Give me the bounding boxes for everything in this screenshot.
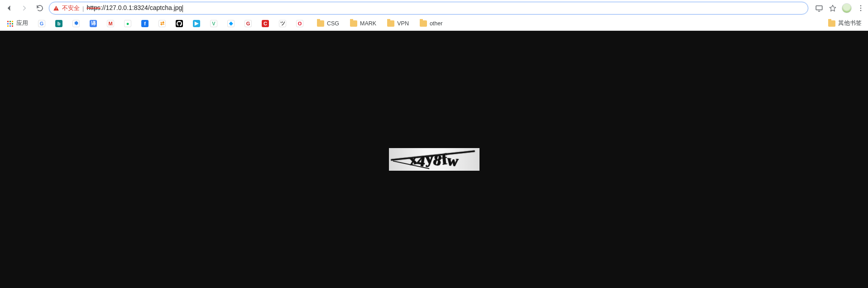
bookmark-google[interactable]: G xyxy=(36,19,47,28)
gitee-icon: G xyxy=(245,20,252,27)
bing-icon: b xyxy=(55,20,62,27)
star-icon[interactable] xyxy=(828,4,837,13)
folder-icon xyxy=(350,20,357,27)
bookmark-csdn[interactable]: C xyxy=(260,19,271,28)
bookmark-bilibili[interactable]: ▶ xyxy=(191,19,202,28)
bookmark-folder-vpn[interactable]: VPN xyxy=(385,19,411,28)
page-viewport: x4y8fw xyxy=(0,31,868,288)
folder-icon xyxy=(317,20,324,27)
bookmark-folder-other[interactable]: other xyxy=(418,19,445,28)
svg-point-3 xyxy=(860,5,861,6)
opera-icon: O xyxy=(296,20,303,27)
bookmarks-bar: 应用 Gb✽译M●f⇄▶V◆GCツO CSGMARKVPNother 其他书签 xyxy=(0,16,868,31)
bookmark-bing[interactable]: b xyxy=(53,19,64,28)
wechat-icon: ● xyxy=(124,20,131,27)
forward-button[interactable] xyxy=(18,2,31,14)
bookmark-vue[interactable]: V xyxy=(208,19,219,28)
captcha-image: x4y8fw xyxy=(389,148,480,171)
reload-button[interactable] xyxy=(34,2,46,14)
desktop-icon[interactable] xyxy=(815,4,824,13)
profile-avatar[interactable] xyxy=(842,3,852,13)
captcha-text: x4y8fw xyxy=(409,151,459,168)
svg-rect-2 xyxy=(816,6,822,10)
arrow-left-icon xyxy=(5,4,13,12)
apps-label: 应用 xyxy=(16,19,28,27)
folder-label: MARK xyxy=(360,20,376,27)
folder-label: other xyxy=(430,20,443,27)
insecure-icon xyxy=(53,5,59,11)
apps-grid-icon xyxy=(6,20,14,27)
back-button[interactable] xyxy=(3,2,15,14)
security-label: 不安全 xyxy=(62,4,80,12)
diamond-icon: ◆ xyxy=(227,20,235,27)
github-icon xyxy=(176,20,183,27)
gmail-icon: M xyxy=(107,20,114,27)
menu-button[interactable] xyxy=(856,4,865,13)
vue-icon: V xyxy=(210,20,217,27)
bookmark-diamond[interactable]: ◆ xyxy=(225,19,236,28)
svg-point-5 xyxy=(860,10,861,11)
bookmark-baidu[interactable]: ✽ xyxy=(71,19,82,28)
link-icon: ⇄ xyxy=(158,20,166,27)
folder-label: CSG xyxy=(327,20,339,27)
google-icon: G xyxy=(38,20,45,27)
svg-rect-1 xyxy=(56,10,56,10)
svg-rect-0 xyxy=(56,7,56,9)
bilibili-icon: ▶ xyxy=(193,20,200,27)
folder-icon xyxy=(387,20,394,27)
bookmark-opera[interactable]: O xyxy=(294,19,305,28)
bookmark-folder-mark[interactable]: MARK xyxy=(348,19,378,28)
bookmark-wechat[interactable]: ● xyxy=(122,19,133,28)
bookmark-gmail[interactable]: M xyxy=(105,19,116,28)
arrow-right-icon xyxy=(20,4,29,12)
other-bookmarks[interactable]: 其他书签 xyxy=(826,19,863,28)
translate-icon: 译 xyxy=(90,20,97,27)
bookmark-github[interactable] xyxy=(174,19,185,28)
bookmark-jianshu[interactable]: ツ xyxy=(277,19,288,28)
bookmark-gitee[interactable]: G xyxy=(243,19,254,28)
bookmark-folder-csg[interactable]: CSG xyxy=(315,19,341,28)
apps-shortcut[interactable]: 应用 xyxy=(5,19,30,28)
toolbar-right-controls xyxy=(815,3,865,13)
svg-point-4 xyxy=(860,8,861,9)
folder-icon xyxy=(420,20,427,27)
folder-label: VPN xyxy=(397,20,409,27)
separator-pipe: | xyxy=(82,5,84,12)
url-scheme: https xyxy=(86,4,100,11)
baidu-icon: ✽ xyxy=(72,20,80,27)
other-bookmarks-label: 其他书签 xyxy=(838,19,862,27)
folder-icon xyxy=(828,20,835,27)
bookmark-link[interactable]: ⇄ xyxy=(157,19,168,28)
browser-toolbar: 不安全 | https://127.0.0.1:8324/captcha.jpg xyxy=(0,0,868,16)
jianshu-icon: ツ xyxy=(279,20,286,27)
url-text: https://127.0.0.1:8324/captcha.jpg xyxy=(86,4,183,12)
bookmark-translate[interactable]: 译 xyxy=(88,19,99,28)
address-bar[interactable]: 不安全 | https://127.0.0.1:8324/captcha.jpg xyxy=(49,2,808,14)
facebook-icon: f xyxy=(141,20,149,27)
reload-icon xyxy=(36,4,44,12)
url-remainder: ://127.0.0.1:8324/captcha.jpg xyxy=(101,4,182,11)
bookmark-facebook[interactable]: f xyxy=(139,19,150,28)
csdn-icon: C xyxy=(262,20,269,27)
text-caret xyxy=(182,5,183,12)
